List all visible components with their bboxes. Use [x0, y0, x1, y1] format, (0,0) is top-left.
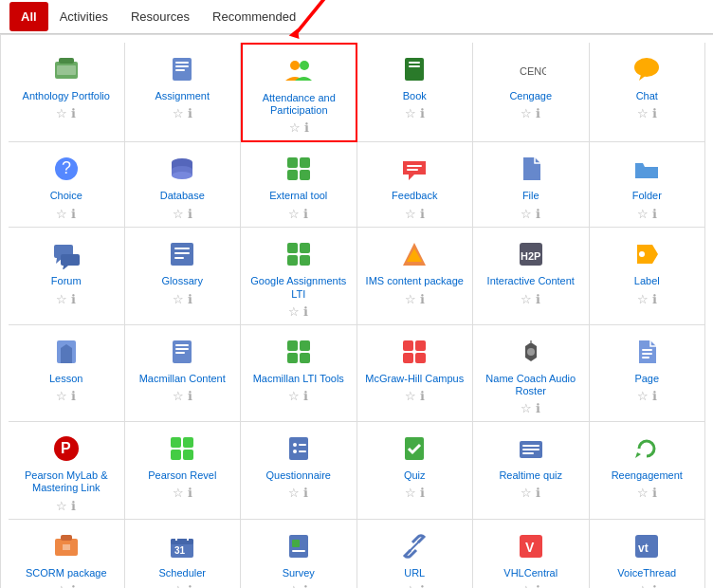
star-icon[interactable]: ☆: [173, 583, 184, 588]
grid-item-pearson-mylab[interactable]: P Pearson MyLab & Mastering Link ☆ ℹ: [9, 422, 125, 519]
tab-recommended[interactable]: Recommended: [201, 2, 307, 31]
item-label-external-tool[interactable]: External tool: [269, 190, 327, 202]
info-icon[interactable]: ℹ: [188, 486, 192, 500]
item-label-glossary[interactable]: Glossary: [162, 275, 203, 287]
star-icon[interactable]: ☆: [288, 486, 300, 500]
star-icon[interactable]: ☆: [56, 207, 67, 221]
info-icon[interactable]: ℹ: [303, 486, 308, 500]
grid-item-voicethread[interactable]: vt VoiceThread ☆ ℹ: [590, 520, 706, 589]
item-label-mcgrawhill[interactable]: McGraw-Hill Campus: [365, 373, 464, 385]
info-icon[interactable]: ℹ: [652, 207, 657, 221]
star-icon[interactable]: ☆: [637, 583, 649, 588]
star-icon[interactable]: ☆: [288, 207, 300, 221]
info-icon[interactable]: ℹ: [652, 292, 657, 306]
star-icon[interactable]: ☆: [405, 486, 416, 500]
grid-item-name-coach[interactable]: Name Coach Audio Roster ☆ ℹ: [473, 325, 590, 422]
info-icon[interactable]: ℹ: [71, 207, 76, 221]
item-label-voicethread[interactable]: VoiceThread: [617, 567, 676, 579]
info-icon[interactable]: ℹ: [652, 106, 657, 120]
star-icon[interactable]: ☆: [56, 292, 67, 306]
grid-item-database[interactable]: Database ☆ ℹ: [125, 142, 242, 228]
grid-item-glossary[interactable]: Glossary ☆ ℹ: [125, 228, 242, 324]
grid-item-assignment[interactable]: Assignment ☆ ℹ: [125, 43, 242, 142]
star-icon[interactable]: ☆: [521, 583, 532, 588]
item-label-macmillan-content[interactable]: Macmillan Content: [139, 373, 226, 385]
star-icon[interactable]: ☆: [173, 292, 184, 306]
item-label-google-assignments[interactable]: Google Assignments LTI: [246, 275, 352, 300]
info-icon[interactable]: ℹ: [420, 292, 425, 306]
item-label-vhlcentral[interactable]: VHLCentral: [503, 567, 558, 579]
star-icon[interactable]: ☆: [521, 486, 532, 500]
info-icon[interactable]: ℹ: [188, 207, 192, 221]
item-label-forum[interactable]: Forum: [51, 275, 82, 287]
item-label-pearson-mylab[interactable]: Pearson MyLab & Mastering Link: [13, 469, 119, 494]
info-icon[interactable]: ℹ: [420, 583, 425, 588]
item-label-anthology-portfolio[interactable]: Anthology Portfolio: [23, 90, 110, 102]
grid-item-lesson[interactable]: Lesson ☆ ℹ: [9, 325, 125, 422]
grid-item-feedback[interactable]: Feedback ☆ ℹ: [357, 142, 474, 228]
star-icon[interactable]: ☆: [405, 583, 416, 588]
info-icon[interactable]: ℹ: [303, 304, 308, 319]
info-icon[interactable]: ℹ: [71, 389, 76, 403]
item-label-url[interactable]: URL: [404, 567, 425, 579]
info-icon[interactable]: ℹ: [652, 486, 657, 500]
grid-item-scorm[interactable]: SCORM package ☆ ℹ: [9, 520, 125, 589]
star-icon[interactable]: ☆: [405, 292, 416, 306]
item-label-survey[interactable]: Survey: [283, 567, 315, 579]
info-icon[interactable]: ℹ: [536, 207, 540, 221]
grid-item-url[interactable]: URL ☆ ℹ: [357, 520, 474, 589]
star-icon[interactable]: ☆: [173, 207, 184, 221]
item-label-lesson[interactable]: Lesson: [49, 373, 82, 385]
item-label-attendance-participation[interactable]: Attendance and Participation: [247, 92, 351, 117]
star-icon[interactable]: ☆: [521, 292, 532, 306]
star-icon[interactable]: ☆: [637, 486, 649, 500]
item-label-quiz[interactable]: Quiz: [404, 469, 426, 482]
star-icon[interactable]: ☆: [56, 499, 67, 513]
grid-item-label[interactable]: Label ☆ ℹ: [590, 228, 706, 324]
info-icon[interactable]: ℹ: [536, 583, 540, 588]
star-icon[interactable]: ☆: [173, 486, 184, 500]
star-icon[interactable]: ☆: [56, 106, 67, 120]
star-icon[interactable]: ☆: [289, 120, 301, 135]
info-icon[interactable]: ℹ: [652, 389, 657, 403]
grid-item-file[interactable]: File ☆ ℹ: [473, 142, 590, 228]
item-label-questionnaire[interactable]: Questionnaire: [266, 469, 332, 482]
star-icon[interactable]: ☆: [637, 106, 649, 120]
item-label-label[interactable]: Label: [634, 275, 660, 287]
star-icon[interactable]: ☆: [521, 106, 532, 120]
info-icon[interactable]: ℹ: [420, 207, 425, 221]
item-label-scheduler[interactable]: Scheduler: [158, 567, 206, 579]
info-icon[interactable]: ℹ: [71, 499, 76, 513]
item-label-file[interactable]: File: [522, 190, 539, 202]
grid-item-reengagement[interactable]: Reengagement ☆ ℹ: [590, 422, 706, 519]
star-icon[interactable]: ☆: [56, 583, 67, 588]
grid-item-forum[interactable]: Forum ☆ ℹ: [9, 228, 125, 324]
info-icon[interactable]: ℹ: [71, 292, 76, 306]
item-label-assignment[interactable]: Assignment: [155, 90, 210, 102]
item-label-book[interactable]: Book: [403, 90, 427, 102]
grid-item-pearson-revel[interactable]: Pearson Revel ☆ ℹ: [125, 422, 242, 519]
grid-item-macmillan-content[interactable]: Macmillan Content ☆ ℹ: [125, 325, 242, 422]
grid-item-choice[interactable]: ? Choice ☆ ℹ: [9, 142, 125, 228]
info-icon[interactable]: ℹ: [536, 486, 540, 500]
grid-item-realtime-quiz[interactable]: Realtime quiz ☆ ℹ: [473, 422, 590, 519]
item-label-cengage[interactable]: Cengage: [509, 90, 552, 102]
star-icon[interactable]: ☆: [173, 106, 184, 120]
info-icon[interactable]: ℹ: [420, 106, 425, 120]
grid-item-page[interactable]: Page ☆ ℹ: [590, 325, 706, 422]
star-icon[interactable]: ☆: [288, 304, 300, 319]
star-icon[interactable]: ☆: [521, 401, 532, 415]
grid-item-quiz[interactable]: Quiz ☆ ℹ: [357, 422, 474, 519]
star-icon[interactable]: ☆: [637, 389, 649, 403]
item-label-feedback[interactable]: Feedback: [392, 190, 437, 202]
star-icon[interactable]: ☆: [288, 389, 300, 403]
item-label-choice[interactable]: Choice: [50, 190, 82, 202]
info-icon[interactable]: ℹ: [303, 207, 308, 221]
star-icon[interactable]: ☆: [405, 389, 416, 403]
info-icon[interactable]: ℹ: [420, 389, 425, 403]
item-label-macmillan-lti[interactable]: Macmillan LTI Tools: [253, 373, 344, 385]
info-icon[interactable]: ℹ: [188, 389, 192, 403]
grid-item-macmillan-lti[interactable]: Macmillan LTI Tools ☆ ℹ: [241, 325, 357, 422]
item-label-folder[interactable]: Folder: [632, 190, 662, 202]
item-label-ims-content[interactable]: IMS content package: [366, 275, 464, 287]
